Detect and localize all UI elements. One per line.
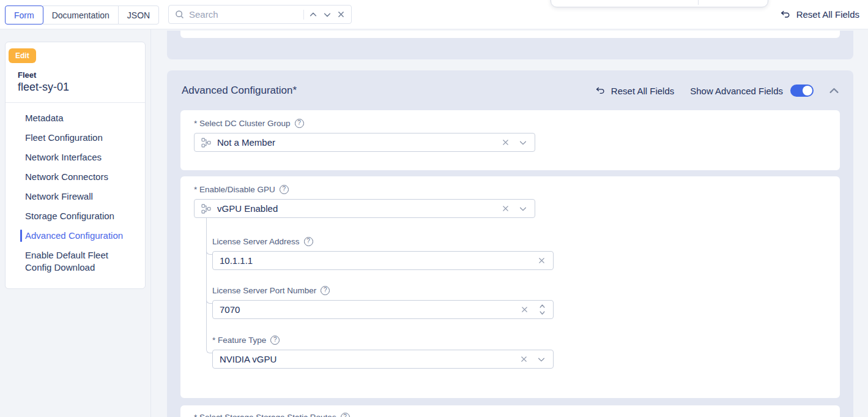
license-server-address-input[interactable] — [220, 255, 531, 266]
sidebar-item-enable-default-fleet-config-download[interactable]: Enable Default Fleet Config Download — [6, 246, 145, 277]
sidebar-item-storage-configuration[interactable]: Storage Configuration — [6, 206, 145, 226]
sidebar-item-network-interfaces[interactable]: Network Interfaces — [6, 148, 145, 167]
dc-cluster-group-value: Not a Member — [217, 137, 495, 148]
close-icon — [337, 10, 345, 18]
number-stepper — [538, 303, 546, 316]
tab-documentation[interactable]: Documentation — [43, 6, 119, 24]
search-clear-button[interactable] — [336, 10, 346, 19]
help-icon[interactable]: ? — [270, 336, 280, 345]
chevron-down-icon[interactable] — [518, 204, 528, 214]
section-collapse-button[interactable] — [828, 85, 840, 97]
section-nav: Metadata Fleet Configuration Network Int… — [6, 108, 145, 277]
sidebar-divider — [6, 102, 145, 103]
chevron-up-icon — [828, 85, 840, 97]
clear-icon[interactable] — [501, 204, 510, 213]
search-prev-button[interactable] — [308, 10, 318, 20]
gpu-select[interactable]: vGPU Enabled — [194, 199, 535, 218]
toggle-knob — [803, 86, 812, 96]
tab-json[interactable]: JSON — [118, 6, 159, 24]
previous-section-remnant — [167, 31, 853, 59]
cluster-icon — [201, 204, 211, 214]
search-input[interactable] — [189, 9, 299, 20]
search-divider — [303, 10, 304, 20]
chevron-up-icon — [309, 10, 317, 19]
stepper-down-icon[interactable] — [538, 310, 546, 316]
cluster-icon — [201, 138, 211, 148]
section-header: Advanced Configuration* Reset All Fields… — [182, 70, 840, 111]
top-toolbar: Form Documentation JSON — [0, 0, 868, 29]
tab-form[interactable]: Form — [5, 6, 43, 24]
license-server-port-input[interactable] — [220, 304, 514, 315]
tree-elbow — [206, 346, 212, 353]
license-server-address-field — [212, 251, 554, 270]
tree-guide-line — [206, 218, 207, 346]
storage-static-routes-label: * Select Storage Storage Static Routes ? — [194, 413, 350, 417]
tree-elbow — [206, 296, 212, 304]
entity-type-label: Fleet — [18, 70, 36, 80]
license-server-port-field — [212, 300, 554, 319]
show-advanced-fields-label: Show Advanced Fields — [690, 86, 783, 96]
chevron-down-icon[interactable] — [518, 138, 528, 148]
license-server-port-label: License Server Port Number ? — [212, 286, 330, 295]
gpu-value: vGPU Enabled — [217, 203, 495, 214]
search-icon — [174, 9, 185, 20]
show-advanced-fields-toggle[interactable] — [790, 85, 814, 97]
gpu-card: * Enable/Disable GPU ? vGPU Enabled — [180, 176, 840, 398]
app: Form Documentation JSON — [0, 0, 868, 417]
required-suffix: * — [292, 85, 297, 96]
stepper-up-icon[interactable] — [538, 303, 546, 309]
help-icon[interactable]: ? — [295, 119, 304, 128]
previous-card-remnant — [180, 31, 840, 38]
section-reset-label: Reset All Fields — [611, 86, 674, 96]
license-server-address-label: License Server Address ? — [212, 237, 313, 246]
dc-cluster-group-select[interactable]: Not a Member — [194, 133, 535, 152]
dc-cluster-group-card: * Select DC Cluster Group ? Not a Member — [180, 110, 840, 170]
section-title: Advanced Configuration* — [182, 85, 297, 97]
tree-elbow — [206, 247, 212, 255]
section-header-controls: Reset All Fields Show Advanced Fields — [595, 85, 840, 97]
feature-type-value: NVIDIA vGPU — [220, 354, 513, 364]
undo-icon — [779, 9, 791, 20]
sidebar-item-metadata[interactable]: Metadata — [6, 108, 145, 128]
help-icon[interactable]: ? — [304, 237, 313, 246]
fleet-nav-panel: Edit Fleet fleet-sy-01 Metadata Fleet Co… — [5, 42, 146, 289]
sidebar-item-network-connectors[interactable]: Network Connectors — [6, 167, 145, 187]
gpu-label: * Enable/Disable GPU ? — [194, 185, 289, 194]
edit-mode-badge: Edit — [9, 48, 36, 63]
dc-cluster-group-label: * Select DC Cluster Group ? — [194, 119, 304, 128]
chevron-down-icon — [323, 10, 332, 19]
undo-icon — [595, 85, 606, 96]
section-reset-all-fields-button[interactable]: Reset All Fields — [595, 85, 674, 96]
view-mode-tabs: Form Documentation JSON — [5, 6, 159, 24]
feature-type-label: * Feature Type ? — [212, 336, 280, 345]
sidebar-item-fleet-configuration[interactable]: Fleet Configuration — [6, 128, 145, 148]
help-icon[interactable]: ? — [280, 185, 289, 194]
sidebar-main-divider — [150, 29, 151, 417]
truncated-popover — [551, 0, 768, 7]
advanced-configuration-section: Advanced Configuration* Reset All Fields… — [167, 70, 853, 417]
reset-all-fields-label: Reset All Fields — [796, 9, 859, 20]
search-next-button[interactable] — [322, 10, 332, 20]
chevron-down-icon[interactable] — [536, 355, 546, 364]
content-area: Edit Fleet fleet-sy-01 Metadata Fleet Co… — [0, 29, 868, 417]
storage-static-routes-card: * Select Storage Storage Static Routes ? — [180, 405, 840, 417]
sidebar-item-advanced-configuration[interactable]: Advanced Configuration — [6, 226, 145, 246]
sidebar-item-network-firewall[interactable]: Network Firewall — [6, 187, 145, 206]
clear-icon[interactable] — [501, 138, 510, 147]
clear-icon[interactable] — [519, 355, 529, 364]
reset-all-fields-button[interactable]: Reset All Fields — [779, 0, 859, 29]
clear-icon[interactable] — [537, 256, 546, 265]
clear-icon[interactable] — [520, 305, 529, 314]
search-box[interactable] — [168, 5, 352, 24]
help-icon[interactable]: ? — [341, 413, 350, 417]
help-icon[interactable]: ? — [321, 286, 330, 295]
feature-type-select[interactable]: NVIDIA vGPU — [212, 350, 554, 369]
entity-name: fleet-sy-01 — [18, 81, 69, 94]
